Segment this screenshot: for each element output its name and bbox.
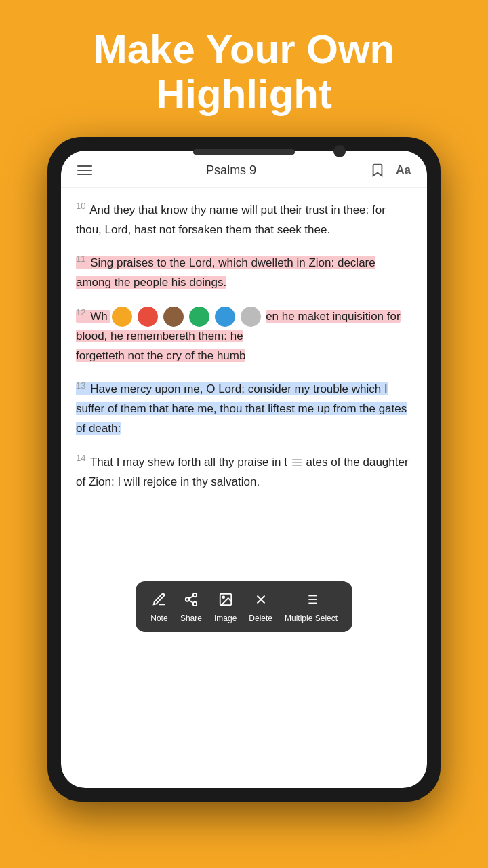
color-gray[interactable] [241,307,261,327]
font-size-button[interactable]: Aa [396,163,411,177]
toolbar-image[interactable]: Image [214,591,237,625]
verse-number-13: 13 [76,380,85,391]
verse-text-10: And they that know thy name will put the… [76,203,386,236]
phone-camera [333,145,346,157]
verse-10: 10 And they that know thy name will put … [76,199,412,239]
svg-point-2 [193,601,197,606]
svg-line-4 [189,596,193,599]
color-brown[interactable] [163,307,184,327]
verse-13: 13 Have mercy upon me, O Lord; consider … [76,378,412,439]
verse-highlight-11: 11 Sing praises to the Lord, which dwell… [76,256,375,289]
promo-title: Make Your Own Highlight [94,26,395,117]
verse-number-11: 11 [76,254,85,264]
chapter-title: Psalms 9 [206,163,256,178]
header-icons: Aa [370,163,411,178]
hamburger-button[interactable] [77,165,92,175]
promo-header: Make Your Own Highlight [0,0,488,137]
verse-14: 14 That I may shew forth all thy praise … [76,451,412,492]
verse-number-10: 10 [76,201,85,211]
color-red[interactable] [138,307,158,327]
color-green[interactable] [189,307,209,327]
phone-notch [193,149,295,155]
context-toolbar: Note Share [136,581,352,632]
phone-screen: Psalms 9 Aa 10 And they that know thy na… [61,151,427,788]
verse-highlight-12-line4: forgetteth not the cry of the humb [76,349,245,362]
verse-number-14: 14 [76,453,85,463]
reading-content: 10 And they that know thy name will put … [61,188,427,788]
verse-text-13: Have mercy upon me, O Lord; consider my … [76,382,407,435]
svg-line-3 [189,600,193,603]
bookmark-icon[interactable] [370,163,385,178]
svg-point-1 [186,597,190,601]
verse-text-11: Sing praises to the Lord, which dwelleth… [76,256,375,289]
toolbar-image-label: Image [214,612,237,625]
toolbar-share[interactable]: Share [180,591,202,625]
toolbar-delete-label: Delete [249,612,272,625]
verse-highlight-13: 13 Have mercy upon me, O Lord; consider … [76,382,407,435]
verse-highlight-12-line1: 12 Wh [76,310,110,323]
toolbar-share-label: Share [180,612,202,625]
svg-point-0 [193,593,197,597]
color-orange[interactable] [112,307,132,327]
app-header: Psalms 9 Aa [61,151,427,188]
svg-point-6 [222,596,224,598]
inline-list-icon [292,459,302,466]
toolbar-note[interactable]: Note [150,591,168,625]
color-blue[interactable] [215,307,235,327]
verse-highlight-12-line2: en he maket inquisition for [266,310,400,323]
toolbar-note-label: Note [150,612,167,625]
verse-11: 11 Sing praises to the Lord, which dwell… [76,252,412,292]
verse-highlight-12-line3: blood, he remembereth them: he [76,330,243,342]
toolbar-multiple-select-label: Multiple Select [285,612,338,625]
verse-number-12: 12 [76,307,85,317]
toolbar-multiple-select[interactable]: Multiple Select [285,591,338,625]
phone-mockup: Psalms 9 Aa 10 And they that know thy na… [47,137,441,802]
toolbar-delete[interactable]: Delete [249,591,272,625]
verse-12: 12 Wh en he maket inquisition for blood,… [76,305,412,366]
verse-text-14: That I may shew forth all thy praise in … [90,456,287,469]
